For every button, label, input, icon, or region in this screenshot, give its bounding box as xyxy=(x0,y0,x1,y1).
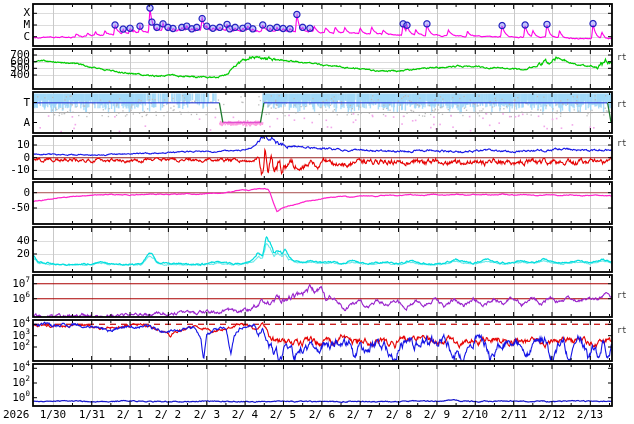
y-tick-label: 0 xyxy=(0,186,30,199)
y-tick-label: 400 xyxy=(0,68,30,81)
y-tick-label: 107 xyxy=(0,277,30,290)
y-tick-label: -10 xyxy=(0,163,30,176)
y-tick-label: 100 xyxy=(0,391,30,404)
x-tick-label: 1/31 xyxy=(74,408,110,421)
y-tick-label: -50 xyxy=(0,201,30,214)
rt-label: rt xyxy=(617,326,627,335)
x-tick-label: 2/12 xyxy=(534,408,570,421)
y-tick-label: 40 xyxy=(0,234,30,247)
y-tick-label: 104 xyxy=(0,361,30,374)
rt-label: rt xyxy=(617,100,627,109)
rt-label: rt xyxy=(617,53,627,62)
x-tick-label: 1/30 xyxy=(35,408,71,421)
x-tick-label: 2/ 2 xyxy=(150,408,186,421)
rt-label: rt xyxy=(617,139,627,148)
y-tick-label: 20 xyxy=(0,247,30,260)
x-tick-label: 2/ 9 xyxy=(419,408,455,421)
y-tick-label: 10 xyxy=(0,138,30,151)
x-tick-label: 2/ 6 xyxy=(304,408,340,421)
x-tick-label: 2/ 7 xyxy=(342,408,378,421)
chart-canvas xyxy=(0,0,634,424)
x-tick-label: 2/13 xyxy=(572,408,608,421)
x-tick-label: 2/ 3 xyxy=(189,408,225,421)
x-tick-label: 2/ 1 xyxy=(112,408,148,421)
y-tick-label: A xyxy=(0,116,30,129)
x-tick-label: 2/10 xyxy=(457,408,493,421)
x-tick-label: 2/ 8 xyxy=(381,408,417,421)
x-tick-label: 2/11 xyxy=(496,408,532,421)
x-tick-label: 2/ 4 xyxy=(227,408,263,421)
y-tick-label: 106 xyxy=(0,292,30,305)
y-tick-label: T xyxy=(0,96,30,109)
x-axis-year-label: 2026 xyxy=(3,408,30,421)
rt-label: rt xyxy=(617,291,627,300)
y-tick-label: 102 xyxy=(0,340,30,353)
space-weather-multipanel-plot: 2026 XMC700600500400TA100-100-5040201071… xyxy=(0,0,634,424)
x-tick-label: 2/ 5 xyxy=(265,408,301,421)
y-tick-label: 102 xyxy=(0,376,30,389)
y-tick-label: C xyxy=(0,30,30,43)
